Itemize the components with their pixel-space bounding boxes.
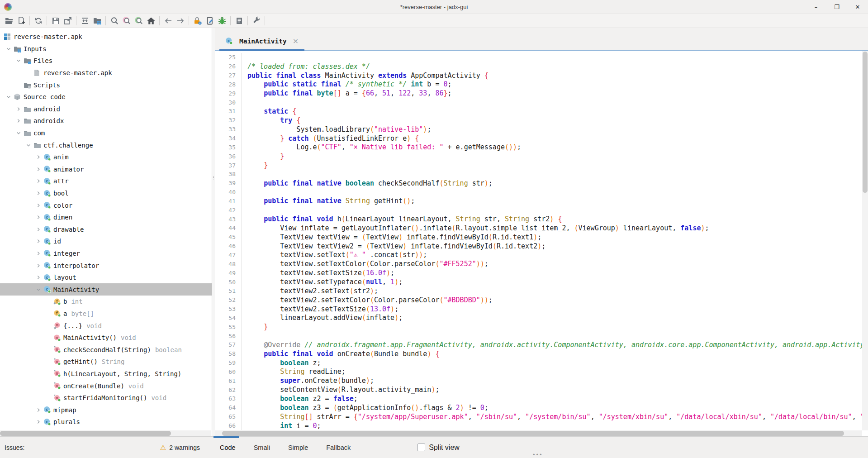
code-line[interactable]: 44 View inflate = getLayoutInflater().in… bbox=[215, 224, 862, 233]
tree-expander[interactable] bbox=[33, 190, 43, 196]
code-line[interactable]: 37 } bbox=[215, 161, 862, 170]
tree-item-a[interactable]: fabyte[] bbox=[0, 308, 212, 320]
code-line[interactable]: 47 textView.setText("⚠ " .concat(str)); bbox=[215, 251, 862, 260]
tree-item-gethint[interactable]: mgetHint()String bbox=[0, 356, 212, 368]
view-simple-button[interactable]: Simple bbox=[288, 444, 308, 451]
tree-expander[interactable] bbox=[33, 214, 43, 220]
editor-hscrollbar-thumb[interactable] bbox=[222, 431, 844, 436]
code-line[interactable]: 55 } bbox=[215, 322, 862, 331]
toolbar-add-files-button[interactable] bbox=[15, 15, 27, 27]
tree-expander[interactable] bbox=[24, 142, 33, 148]
tree-item-com[interactable]: com bbox=[0, 127, 212, 139]
code-line[interactable]: 62 setContentView(R.layout.activity_main… bbox=[215, 385, 862, 394]
toolbar-open-button[interactable] bbox=[3, 15, 15, 27]
code-line[interactable]: 39 public final native boolean checkSeco… bbox=[215, 179, 862, 188]
code-line[interactable]: 28 public static final /* synthetic */ i… bbox=[215, 80, 862, 89]
tree-expander[interactable] bbox=[33, 226, 43, 233]
tree-item-item[interactable]: m{...}void bbox=[0, 320, 212, 332]
tree-expander[interactable] bbox=[4, 46, 14, 52]
tree-item-animator[interactable]: canimator bbox=[0, 163, 212, 176]
window-minimize-button[interactable]: – bbox=[806, 0, 826, 14]
warnings-status[interactable]: ⚠ 2 warnings bbox=[160, 444, 200, 452]
tree-item-inputs[interactable]: Inputs bbox=[0, 43, 212, 55]
tree-expander[interactable] bbox=[14, 130, 24, 136]
code-line[interactable]: 41 public final native String getHint(); bbox=[215, 197, 862, 206]
toolbar-reload-button[interactable] bbox=[32, 15, 44, 27]
menu-file[interactable] bbox=[17, 5, 27, 9]
tree-item-checksecondhalf-string[interactable]: mcheckSecondHalf(String)boolean bbox=[0, 344, 212, 356]
tree-item-oncreate-bundle[interactable]: monCreate(Bundle)void bbox=[0, 380, 212, 392]
tree-item-scripts[interactable]: Scripts bbox=[0, 79, 212, 91]
tree-expander[interactable] bbox=[33, 250, 43, 257]
tree-hscrollbar-thumb[interactable] bbox=[0, 431, 171, 436]
tree-item-files[interactable]: Files bbox=[0, 55, 212, 67]
toolbar-save-all-button[interactable] bbox=[49, 15, 62, 27]
code-line[interactable]: 46 TextView textView2 = (TextView) infla… bbox=[215, 242, 862, 251]
tree-item-mainactivity[interactable]: mMainActivity()void bbox=[0, 332, 212, 344]
tree-item-layout[interactable]: clayout bbox=[0, 272, 212, 284]
code-line[interactable]: 51 textView2.setText(str2); bbox=[215, 286, 862, 296]
tree-item-drawable[interactable]: cdrawable bbox=[0, 224, 212, 236]
tree-expander[interactable] bbox=[33, 154, 43, 160]
code-line[interactable]: 48 textView.setTextColor(Color.parseColo… bbox=[215, 259, 862, 268]
tab-close-icon[interactable]: × bbox=[293, 37, 299, 45]
tree-expander[interactable] bbox=[33, 202, 43, 209]
code-line[interactable]: 34 } catch (UnsatisfiedLinkError e) { bbox=[215, 134, 862, 143]
tree-expander[interactable] bbox=[14, 106, 24, 112]
toolbar-search-text-button[interactable] bbox=[120, 15, 133, 27]
code-line[interactable]: 66 int i = 0; bbox=[215, 421, 862, 430]
tree-expander[interactable] bbox=[33, 407, 43, 413]
window-close-button[interactable]: ✕ bbox=[847, 0, 868, 14]
tree-item-startfridamonitoring[interactable]: mstartFridaMonitoring()void bbox=[0, 392, 212, 404]
code-line[interactable]: 43 public final void h(LinearLayout line… bbox=[215, 215, 862, 224]
code-line[interactable]: 45 TextView textView = (TextView) inflat… bbox=[215, 233, 862, 242]
code-line[interactable]: 42 bbox=[215, 205, 862, 215]
tree-expander[interactable] bbox=[14, 118, 24, 124]
code-line[interactable]: 61 super.onCreate(bundle); bbox=[215, 376, 862, 385]
toolbar-forward-button[interactable] bbox=[174, 15, 186, 27]
tree-item-reverse-master-apk[interactable]: reverse-master.apk bbox=[0, 31, 212, 43]
code-line[interactable]: 31 static { bbox=[215, 107, 862, 116]
tree-item-id[interactable]: cid bbox=[0, 235, 212, 248]
tree-item-attr[interactable]: cattr bbox=[0, 175, 212, 187]
view-fallback-button[interactable]: Fallback bbox=[326, 444, 351, 451]
tree-item-plurals[interactable]: cplurals bbox=[0, 416, 212, 428]
menu-navigation[interactable] bbox=[41, 5, 51, 9]
menu-help[interactable] bbox=[76, 5, 86, 9]
tree-expander[interactable] bbox=[4, 94, 14, 100]
tree-item-interpolator[interactable]: cinterpolator bbox=[0, 259, 212, 272]
split-view-checkbox[interactable] bbox=[417, 444, 425, 451]
code-editor[interactable]: 2526/* loaded from: classes.dex */27publ… bbox=[215, 51, 868, 436]
tree-item-source-code[interactable]: Source code bbox=[0, 91, 212, 103]
menu-plugins[interactable] bbox=[64, 5, 74, 9]
tree-item-integer[interactable]: cinteger bbox=[0, 248, 212, 260]
toolbar-hsync-button[interactable] bbox=[79, 15, 91, 27]
tree-item-mipmap[interactable]: cmipmap bbox=[0, 404, 212, 416]
tree-item-dimen[interactable]: cdimen bbox=[0, 211, 212, 224]
code-line[interactable]: 59 boolean z; bbox=[215, 358, 862, 367]
code-line[interactable]: 36 } bbox=[215, 152, 862, 161]
code-line[interactable]: 57 @Override // androidx.fragment.app.Fr… bbox=[215, 340, 862, 349]
view-code-button[interactable]: Code bbox=[220, 444, 236, 451]
tree-item-color[interactable]: ccolor bbox=[0, 199, 212, 211]
tree-expander[interactable] bbox=[14, 57, 24, 64]
code-line[interactable]: 53 textView2.setTextSize(13.0f); bbox=[215, 305, 862, 314]
bottom-panel-grip-icon[interactable]: ••• bbox=[533, 451, 543, 458]
code-line[interactable]: 29 public final byte[] a = {66, 51, 122,… bbox=[215, 89, 862, 98]
code-line[interactable]: 65 String[] strArr = {"/system/app/Super… bbox=[215, 412, 862, 421]
tree-expander[interactable] bbox=[33, 419, 43, 425]
toolbar-back-button[interactable] bbox=[162, 15, 174, 27]
window-maximize-button[interactable]: ❐ bbox=[826, 0, 847, 14]
code-line[interactable]: 35 Log.e("CTF", "× Native lib failed: " … bbox=[215, 143, 862, 152]
tree-item-bool[interactable]: cbool bbox=[0, 187, 212, 200]
code-line[interactable]: 60 String readLine; bbox=[215, 367, 862, 377]
tree-expander[interactable] bbox=[33, 238, 43, 244]
toolbar-deobfuscation-button[interactable] bbox=[191, 15, 204, 27]
code-line[interactable]: 56 bbox=[215, 331, 862, 340]
tree-expander[interactable] bbox=[33, 166, 43, 172]
code-line[interactable]: 30 bbox=[215, 98, 862, 107]
tree-item-h-linearlayout-string-string[interactable]: mh(LinearLayout, String, String) bbox=[0, 368, 212, 380]
tree-expander[interactable] bbox=[33, 262, 43, 269]
code-line[interactable]: 64 boolean z3 = (getApplicationInfo().fl… bbox=[215, 403, 862, 412]
code-line[interactable]: 54 linearLayout.addView(inflate); bbox=[215, 313, 862, 322]
